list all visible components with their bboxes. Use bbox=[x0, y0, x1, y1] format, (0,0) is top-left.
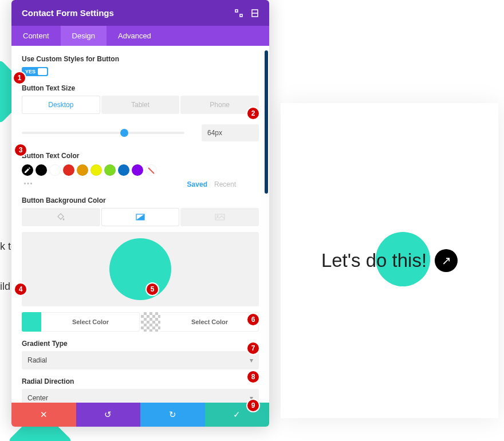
gradient-end-color[interactable]: Select Color bbox=[141, 312, 259, 332]
swatch-row bbox=[22, 164, 259, 176]
live-preview: Let's do this! ↗ bbox=[281, 103, 498, 418]
radial-direction-label: Radial Direction bbox=[22, 377, 259, 385]
callout-badge-9: 9 bbox=[247, 400, 259, 411]
select-color-label: Select Color bbox=[41, 318, 140, 325]
swatch-black[interactable] bbox=[36, 164, 47, 176]
bg-color-label: Button Background Color bbox=[22, 196, 259, 204]
gradient-start-color[interactable]: Select Color bbox=[22, 312, 140, 332]
save-button[interactable]: ✓ bbox=[205, 403, 270, 427]
color-chip bbox=[22, 312, 41, 332]
tab-design[interactable]: Design bbox=[61, 26, 107, 46]
check-icon: ✓ bbox=[233, 410, 241, 420]
swatch-blue[interactable] bbox=[118, 164, 129, 176]
panel-header: Contact Form Settings bbox=[11, 0, 269, 26]
tabs: Content Design Advanced bbox=[11, 26, 269, 46]
svg-rect-1 bbox=[240, 14, 242, 17]
swatch-purple[interactable] bbox=[132, 164, 143, 176]
gradient-preview-circle bbox=[109, 238, 171, 300]
swatch-red[interactable] bbox=[63, 164, 74, 176]
svg-rect-0 bbox=[235, 10, 238, 12]
cancel-button[interactable]: ✕ bbox=[11, 403, 76, 427]
callout-badge-4: 4 bbox=[15, 284, 26, 295]
settings-panel: Contact Form Settings Content Design Adv… bbox=[11, 0, 269, 427]
gradient-preview bbox=[22, 232, 259, 306]
text-size-label: Button Text Size bbox=[22, 84, 259, 92]
cta-button[interactable]: Let's do this! ↗ bbox=[321, 249, 458, 272]
callout-badge-3: 3 bbox=[15, 144, 26, 156]
toggle-knob bbox=[38, 68, 47, 75]
more-swatches[interactable]: ••• bbox=[23, 180, 34, 188]
toggle-text: YES bbox=[25, 69, 36, 74]
panel-title: Contact Form Settings bbox=[22, 8, 114, 18]
swatch-none[interactable] bbox=[145, 164, 157, 176]
tab-advanced[interactable]: Advanced bbox=[107, 26, 163, 46]
gradient-type-label: Gradient Type bbox=[22, 340, 259, 348]
segment-tablet[interactable]: Tablet bbox=[101, 96, 180, 114]
callout-badge-5: 5 bbox=[147, 284, 158, 295]
swatch-yellow[interactable] bbox=[90, 164, 102, 176]
bg-tab-image[interactable] bbox=[180, 208, 259, 226]
text-color-label: Button Text Color bbox=[22, 152, 259, 160]
swatch-white[interactable] bbox=[49, 164, 61, 176]
tab-content[interactable]: Content bbox=[11, 26, 61, 46]
palette-saved[interactable]: Saved bbox=[187, 180, 207, 188]
callout-badge-6: 6 bbox=[247, 314, 259, 325]
snap-icon[interactable] bbox=[251, 9, 259, 17]
swatch-green[interactable] bbox=[104, 164, 116, 176]
bg-tab-gradient[interactable] bbox=[101, 208, 180, 226]
panel-body: Use Custom Styles for Button YES Button … bbox=[11, 46, 269, 403]
radial-direction-select[interactable]: Center bbox=[22, 389, 259, 403]
scrollbar[interactable] bbox=[265, 50, 268, 194]
bg-type-tabs bbox=[22, 208, 259, 226]
custom-styles-label: Use Custom Styles for Button bbox=[22, 55, 259, 63]
svg-point-6 bbox=[217, 215, 218, 216]
device-segmented: Desktop Tablet Phone bbox=[22, 96, 259, 114]
cta-text: Let's do this! bbox=[321, 250, 427, 271]
arrow-icon: ↗ bbox=[435, 249, 458, 272]
eyedropper-icon[interactable] bbox=[22, 164, 33, 176]
close-icon: ✕ bbox=[40, 410, 48, 420]
expand-icon[interactable] bbox=[235, 9, 243, 17]
gradient-type-select[interactable]: Radial bbox=[22, 351, 259, 369]
bg-tab-fill[interactable] bbox=[22, 208, 100, 226]
segment-desktop[interactable]: Desktop bbox=[22, 96, 100, 114]
panel-footer: ✕ ↺ ↻ ✓ bbox=[11, 403, 269, 427]
custom-styles-toggle[interactable]: YES bbox=[22, 67, 48, 76]
callout-badge-1: 1 bbox=[14, 72, 25, 84]
callout-badge-8: 8 bbox=[247, 371, 259, 383]
palette-recent[interactable]: Recent bbox=[214, 180, 236, 188]
undo-icon: ↺ bbox=[104, 410, 112, 420]
swatch-orange[interactable] bbox=[77, 164, 88, 176]
text-size-slider[interactable] bbox=[22, 132, 184, 134]
callout-badge-7: 7 bbox=[247, 342, 259, 354]
redo-icon: ↻ bbox=[169, 410, 176, 420]
callout-badge-2: 2 bbox=[247, 108, 259, 119]
select-color-label: Select Color bbox=[160, 318, 259, 325]
text-size-value[interactable]: 64px bbox=[202, 124, 259, 141]
palette-tabs: Saved Recent bbox=[187, 180, 259, 188]
color-chip-transparent bbox=[141, 312, 160, 332]
slider-thumb[interactable] bbox=[120, 129, 128, 137]
undo-button[interactable]: ↺ bbox=[76, 403, 141, 427]
redo-button[interactable]: ↻ bbox=[140, 403, 205, 427]
bg-clipped-text: ild bbox=[0, 281, 10, 293]
